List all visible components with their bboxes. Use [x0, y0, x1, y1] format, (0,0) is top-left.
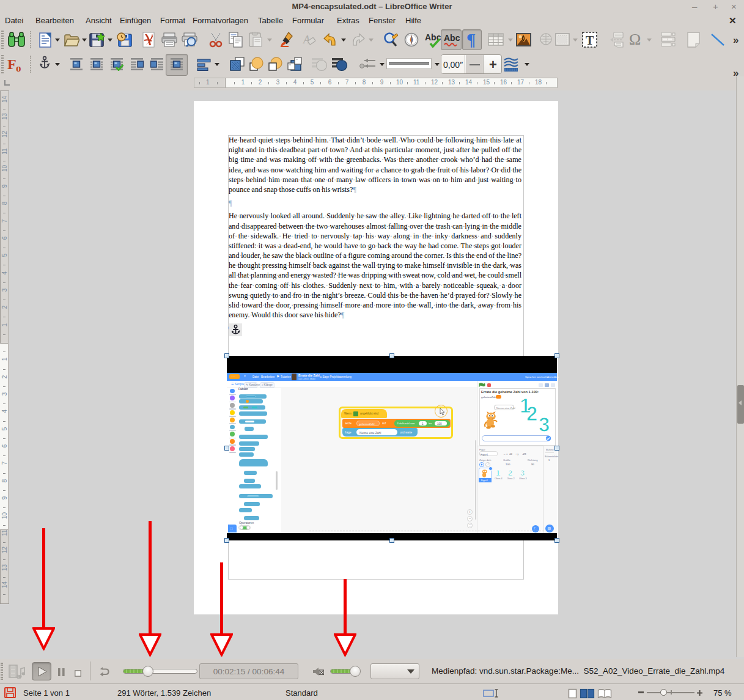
svg-text:Abc: Abc	[425, 32, 441, 42]
svg-text:2: 2	[508, 468, 512, 477]
svg-text:3: 3	[520, 468, 525, 477]
svg-text:2: 2	[526, 402, 537, 425]
svg-text:o: o	[16, 62, 21, 72]
svg-text:A: A	[303, 34, 311, 46]
svg-text:T: T	[586, 34, 594, 47]
svg-text:Abc: Abc	[444, 33, 460, 43]
svg-text:¶: ¶	[466, 31, 476, 48]
svg-text:F: F	[7, 56, 17, 72]
svg-text:Ω: Ω	[629, 31, 641, 47]
svg-text:1: 1	[496, 468, 500, 477]
svg-text:3: 3	[539, 413, 550, 433]
